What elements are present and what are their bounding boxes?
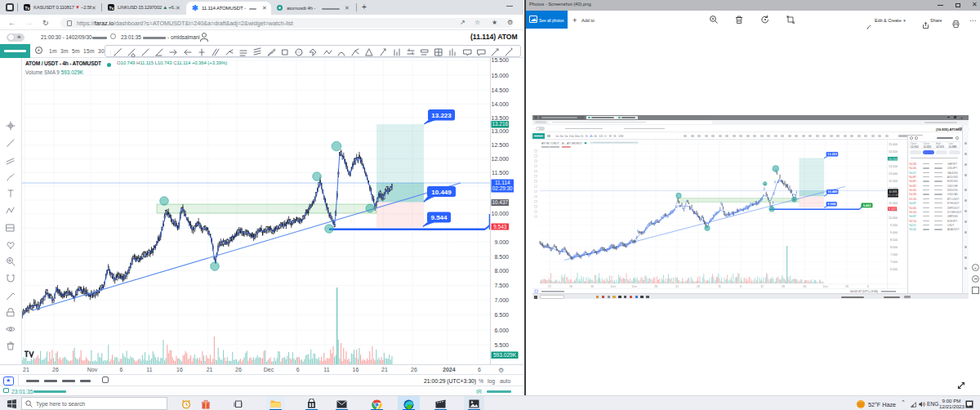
- svg-text:12.500: 12.500: [492, 142, 510, 148]
- svg-text:01:12:08: 01:12:08: [888, 194, 898, 197]
- svg-text:13.216: 13.216: [492, 121, 508, 127]
- svg-text:7.000: 7.000: [494, 297, 509, 303]
- svg-text:14.500: 14.500: [492, 87, 510, 93]
- svg-text:6.500: 6.500: [494, 312, 509, 318]
- svg-text:6.500: 6.500: [890, 268, 898, 271]
- svg-text:9.443: 9.443: [889, 207, 896, 210]
- svg-text:10.449: 10.449: [431, 189, 452, 196]
- svg-text:13.223: 13.223: [431, 112, 452, 119]
- svg-text:9.000: 9.000: [494, 239, 509, 245]
- svg-text:8.500: 8.500: [494, 254, 509, 260]
- svg-text:6: 6: [867, 284, 869, 287]
- svg-text:Dec: Dec: [823, 284, 829, 287]
- svg-text:9.000: 9.000: [890, 231, 898, 234]
- svg-text:13.500: 13.500: [889, 165, 898, 168]
- svg-text:21: 21: [675, 284, 679, 287]
- svg-text:9.543: 9.543: [493, 224, 506, 230]
- svg-text:26: 26: [654, 284, 657, 287]
- svg-text:10.000: 10.000: [492, 211, 510, 216]
- svg-text:21: 21: [548, 284, 551, 287]
- svg-text:13.223: 13.223: [827, 152, 838, 156]
- svg-text:11: 11: [718, 284, 721, 287]
- svg-text:6: 6: [740, 284, 742, 287]
- svg-text:Dec: Dec: [632, 284, 638, 287]
- svg-text:10.835: 10.835: [889, 189, 898, 193]
- svg-text:14.500: 14.500: [889, 150, 898, 154]
- svg-text:9.443: 9.443: [863, 203, 872, 207]
- svg-text:12.500: 12.500: [889, 180, 898, 183]
- svg-text:26: 26: [697, 284, 700, 287]
- svg-text:26: 26: [845, 284, 849, 287]
- svg-text:12.000: 12.000: [492, 156, 510, 162]
- svg-text:15.000: 15.000: [492, 73, 510, 78]
- svg-text:7.000: 7.000: [890, 261, 898, 264]
- svg-text:8.500: 8.500: [890, 238, 898, 242]
- svg-text:02:29:30: 02:29:30: [492, 185, 513, 191]
- svg-text:9.544: 9.544: [827, 202, 836, 206]
- svg-text:7.500: 7.500: [494, 283, 509, 288]
- svg-text:6.000: 6.000: [494, 328, 509, 333]
- svg-text:8.000: 8.000: [890, 246, 898, 249]
- svg-text:7.500: 7.500: [890, 253, 898, 256]
- svg-text:5.500: 5.500: [494, 342, 509, 348]
- svg-text:ATOM / USDT - 4h - ATOMUSDT: ATOM / USDT - 4h - ATOMUSDT: [541, 141, 582, 145]
- svg-text:11.500: 11.500: [492, 170, 509, 176]
- svg-text:11.000: 11.000: [889, 202, 898, 205]
- svg-text:13.216: 13.216: [889, 157, 898, 160]
- svg-text:15.500: 15.500: [492, 58, 510, 63]
- svg-text:26: 26: [782, 284, 785, 287]
- svg-text:16: 16: [590, 284, 594, 287]
- svg-text:15.000: 15.000: [889, 143, 898, 146]
- svg-text:9.500: 9.500: [890, 224, 898, 227]
- svg-text:16: 16: [803, 284, 806, 287]
- svg-text:14.000: 14.000: [492, 101, 510, 107]
- svg-text:10.437: 10.437: [492, 199, 508, 205]
- svg-text:13.000: 13.000: [492, 128, 510, 134]
- svg-text:Dec: Dec: [611, 284, 617, 287]
- svg-text:11: 11: [760, 284, 764, 287]
- svg-text:04:02:47 (UTC+3:30): 04:02:47 (UTC+3:30): [850, 290, 878, 293]
- svg-text:593.029K: 593.029K: [493, 352, 517, 358]
- svg-text:10.449: 10.449: [827, 189, 838, 194]
- svg-text:10.000: 10.000: [889, 216, 898, 220]
- svg-text:13.000: 13.000: [889, 172, 898, 176]
- svg-text:16: 16: [569, 284, 572, 287]
- svg-text:11.114: 11.114: [495, 180, 510, 185]
- svg-text:8.000: 8.000: [494, 268, 509, 274]
- svg-text:13.500: 13.500: [492, 115, 510, 121]
- svg-text:9.544: 9.544: [430, 214, 448, 221]
